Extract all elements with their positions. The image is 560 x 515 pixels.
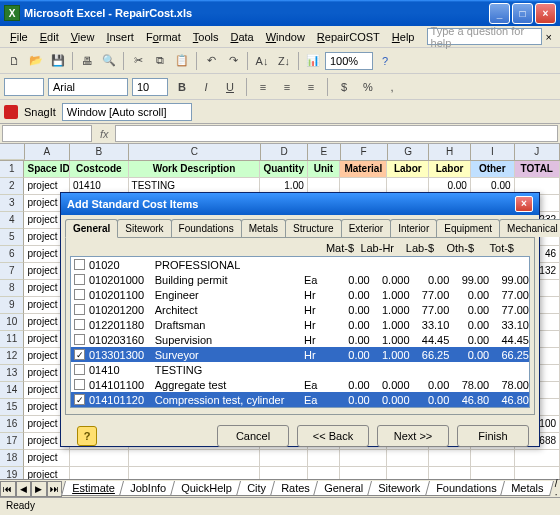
checkbox[interactable] [74, 259, 85, 270]
cell[interactable]: Costcode [70, 161, 129, 178]
col-header[interactable]: E [308, 144, 340, 160]
checkbox[interactable]: ✓ [74, 349, 85, 360]
formula-input[interactable] [115, 125, 558, 142]
align-center-icon[interactable]: ≡ [277, 77, 297, 97]
fx-icon[interactable]: fx [94, 128, 115, 140]
row-header[interactable]: 11 [0, 331, 24, 348]
tab-nav-last-icon[interactable]: ⏭ [47, 481, 63, 497]
cell[interactable]: Quantity [260, 161, 307, 178]
redo-icon[interactable]: ↷ [223, 51, 243, 71]
font-name-box[interactable]: Arial [48, 78, 128, 96]
row-header[interactable]: 16 [0, 416, 24, 433]
tab-sitework[interactable]: Sitework [117, 219, 171, 237]
bold-icon[interactable]: B [172, 77, 192, 97]
sheet-tab-general[interactable]: General [313, 481, 374, 496]
tab-nav-next-icon[interactable]: ▶ [31, 481, 47, 497]
row-header[interactable]: 12 [0, 348, 24, 365]
zoom-box[interactable]: 100% [325, 52, 373, 70]
cancel-button[interactable]: Cancel [217, 425, 289, 447]
tab-nav-prev-icon[interactable]: ◀ [16, 481, 32, 497]
list-item[interactable]: 010201100EngineerHr0.001.00077.000.0077.… [71, 287, 529, 302]
list-item[interactable]: 010201200ArchitectHr0.001.00077.000.0077… [71, 302, 529, 317]
col-header[interactable]: G [388, 144, 430, 160]
cell[interactable]: Labor [387, 161, 429, 178]
menu-file[interactable]: File [4, 29, 34, 45]
tab-structure[interactable]: Structure [285, 219, 342, 237]
menu-help[interactable]: Help [386, 29, 421, 45]
col-header[interactable]: J [515, 144, 560, 160]
menu-repaircost[interactable]: RepairCOST [311, 29, 386, 45]
row-header[interactable]: 5 [0, 229, 24, 246]
cell[interactable]: Material [340, 161, 387, 178]
row-header[interactable]: 17 [0, 433, 24, 450]
tab-nav-first-icon[interactable]: ⏮ [0, 481, 16, 497]
tab-exterior[interactable]: Exterior [341, 219, 391, 237]
undo-icon[interactable]: ↶ [201, 51, 221, 71]
dialog-close-button[interactable]: × [515, 196, 533, 212]
list-item[interactable]: ✓014101120Compression test, cylinderEa0.… [71, 392, 529, 407]
tab-mechanical[interactable]: Mechanical [499, 219, 560, 237]
maximize-button[interactable]: □ [512, 3, 533, 24]
align-left-icon[interactable]: ≡ [253, 77, 273, 97]
row-header[interactable]: 18 [0, 450, 24, 467]
list-item[interactable]: 010201000Building permitEa0.000.0000.009… [71, 272, 529, 287]
sheet-tab-metals[interactable]: Metals [500, 481, 554, 496]
list-item[interactable]: 01410TESTING [71, 362, 529, 377]
checkbox[interactable] [74, 274, 85, 285]
tab-general[interactable]: General [65, 219, 118, 238]
col-header[interactable]: B [70, 144, 129, 160]
cell[interactable]: Unit [308, 161, 340, 178]
save-icon[interactable]: 💾 [48, 51, 68, 71]
copy-icon[interactable]: ⧉ [150, 51, 170, 71]
tab-foundations[interactable]: Foundations [171, 219, 242, 237]
sheet-tab-quickhelp[interactable]: QuickHelp [170, 481, 243, 496]
menu-data[interactable]: Data [224, 29, 259, 45]
col-header[interactable]: D [261, 144, 308, 160]
row-header[interactable]: 7 [0, 263, 24, 280]
sheet-tab-sitework[interactable]: Sitework [367, 481, 431, 496]
checkbox[interactable] [74, 379, 85, 390]
list-item[interactable]: ✓013301300SurveyorHr0.001.00066.250.0066… [71, 347, 529, 362]
list-item[interactable]: 010203160SupervisionHr0.001.00044.450.00… [71, 332, 529, 347]
back-button[interactable]: << Back [297, 425, 369, 447]
checkbox[interactable] [74, 319, 85, 330]
list-item[interactable]: 01500TEMPORARY FACILITIES [71, 407, 529, 408]
list-item[interactable]: 01020PROFESSIONAL [71, 257, 529, 272]
tab-equipment[interactable]: Equipment [436, 219, 500, 237]
row-header[interactable]: 2 [0, 178, 24, 195]
help-button[interactable]: ? [77, 426, 97, 446]
percent-icon[interactable]: % [358, 77, 378, 97]
sheet-tab-jobinfo[interactable]: JobInfo [119, 481, 177, 496]
row-header[interactable]: 1 [0, 161, 24, 178]
print-icon[interactable]: 🖶 [77, 51, 97, 71]
snagit-window-box[interactable]: Window [Auto scroll] [62, 103, 192, 121]
next-button[interactable]: Next >> [377, 425, 449, 447]
new-icon[interactable]: 🗋 [4, 51, 24, 71]
sort-desc-icon[interactable]: Z↓ [274, 51, 294, 71]
col-header[interactable]: I [471, 144, 515, 160]
select-all-corner[interactable] [0, 144, 25, 160]
style-box[interactable] [4, 78, 44, 96]
menu-tools[interactable]: Tools [187, 29, 225, 45]
checkbox[interactable] [74, 364, 85, 375]
help-icon[interactable]: ? [375, 51, 395, 71]
list-item[interactable]: 012201180DraftsmanHr0.001.00033.100.0033… [71, 317, 529, 332]
menu-format[interactable]: Format [140, 29, 187, 45]
col-header[interactable]: A [25, 144, 70, 160]
row-header[interactable]: 6 [0, 246, 24, 263]
help-question-box[interactable]: Type a question for help [427, 28, 542, 45]
snagit-icon[interactable] [4, 105, 18, 119]
row-header[interactable]: 8 [0, 280, 24, 297]
comma-icon[interactable]: , [382, 77, 402, 97]
font-size-box[interactable]: 10 [132, 78, 168, 96]
chart-icon[interactable]: 📊 [303, 51, 323, 71]
col-header[interactable]: C [129, 144, 261, 160]
col-header[interactable]: F [341, 144, 388, 160]
row-header[interactable]: 4 [0, 212, 24, 229]
checkbox[interactable] [74, 304, 85, 315]
menu-view[interactable]: View [65, 29, 101, 45]
row-header[interactable]: 3 [0, 195, 24, 212]
cell[interactable]: Work Description [129, 161, 261, 178]
cut-icon[interactable]: ✂ [128, 51, 148, 71]
checkbox[interactable]: ✓ [74, 394, 85, 405]
